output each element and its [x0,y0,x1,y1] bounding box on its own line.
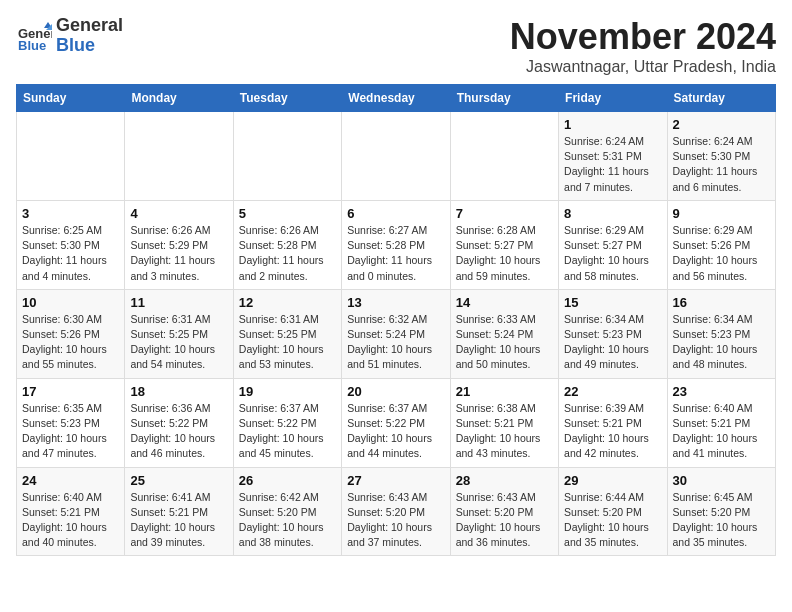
calendar-cell: 6Sunrise: 6:27 AM Sunset: 5:28 PM Daylig… [342,200,450,289]
day-info: Sunrise: 6:37 AM Sunset: 5:22 PM Dayligh… [347,401,444,462]
calendar-cell: 29Sunrise: 6:44 AM Sunset: 5:20 PM Dayli… [559,467,667,556]
month-title: November 2024 [510,16,776,58]
day-number: 26 [239,473,336,488]
calendar-cell: 2Sunrise: 6:24 AM Sunset: 5:30 PM Daylig… [667,112,775,201]
day-info: Sunrise: 6:29 AM Sunset: 5:26 PM Dayligh… [673,223,770,284]
calendar-cell: 14Sunrise: 6:33 AM Sunset: 5:24 PM Dayli… [450,289,558,378]
day-info: Sunrise: 6:25 AM Sunset: 5:30 PM Dayligh… [22,223,119,284]
day-info: Sunrise: 6:37 AM Sunset: 5:22 PM Dayligh… [239,401,336,462]
header: General Blue General Blue November 2024 … [16,16,776,76]
location: Jaswantnagar, Uttar Pradesh, India [510,58,776,76]
day-info: Sunrise: 6:36 AM Sunset: 5:22 PM Dayligh… [130,401,227,462]
day-info: Sunrise: 6:26 AM Sunset: 5:28 PM Dayligh… [239,223,336,284]
calendar-cell [233,112,341,201]
day-info: Sunrise: 6:27 AM Sunset: 5:28 PM Dayligh… [347,223,444,284]
day-info: Sunrise: 6:32 AM Sunset: 5:24 PM Dayligh… [347,312,444,373]
day-number: 15 [564,295,661,310]
day-number: 5 [239,206,336,221]
calendar-header: SundayMondayTuesdayWednesdayThursdayFrid… [17,85,776,112]
weekday-header: Saturday [667,85,775,112]
day-info: Sunrise: 6:33 AM Sunset: 5:24 PM Dayligh… [456,312,553,373]
day-number: 4 [130,206,227,221]
day-number: 24 [22,473,119,488]
calendar-week-row: 3Sunrise: 6:25 AM Sunset: 5:30 PM Daylig… [17,200,776,289]
calendar-cell: 25Sunrise: 6:41 AM Sunset: 5:21 PM Dayli… [125,467,233,556]
day-info: Sunrise: 6:43 AM Sunset: 5:20 PM Dayligh… [347,490,444,551]
day-number: 11 [130,295,227,310]
day-info: Sunrise: 6:30 AM Sunset: 5:26 PM Dayligh… [22,312,119,373]
day-number: 13 [347,295,444,310]
day-number: 1 [564,117,661,132]
day-info: Sunrise: 6:41 AM Sunset: 5:21 PM Dayligh… [130,490,227,551]
calendar-cell: 9Sunrise: 6:29 AM Sunset: 5:26 PM Daylig… [667,200,775,289]
day-info: Sunrise: 6:40 AM Sunset: 5:21 PM Dayligh… [22,490,119,551]
weekday-header: Monday [125,85,233,112]
day-info: Sunrise: 6:29 AM Sunset: 5:27 PM Dayligh… [564,223,661,284]
calendar-cell: 26Sunrise: 6:42 AM Sunset: 5:20 PM Dayli… [233,467,341,556]
day-info: Sunrise: 6:44 AM Sunset: 5:20 PM Dayligh… [564,490,661,551]
calendar-cell: 10Sunrise: 6:30 AM Sunset: 5:26 PM Dayli… [17,289,125,378]
day-number: 6 [347,206,444,221]
day-info: Sunrise: 6:39 AM Sunset: 5:21 PM Dayligh… [564,401,661,462]
calendar-cell [125,112,233,201]
weekday-header: Tuesday [233,85,341,112]
calendar-cell: 24Sunrise: 6:40 AM Sunset: 5:21 PM Dayli… [17,467,125,556]
calendar-cell: 3Sunrise: 6:25 AM Sunset: 5:30 PM Daylig… [17,200,125,289]
calendar-cell: 16Sunrise: 6:34 AM Sunset: 5:23 PM Dayli… [667,289,775,378]
calendar-cell: 4Sunrise: 6:26 AM Sunset: 5:29 PM Daylig… [125,200,233,289]
calendar-week-row: 10Sunrise: 6:30 AM Sunset: 5:26 PM Dayli… [17,289,776,378]
calendar-cell: 23Sunrise: 6:40 AM Sunset: 5:21 PM Dayli… [667,378,775,467]
day-number: 21 [456,384,553,399]
calendar-cell: 20Sunrise: 6:37 AM Sunset: 5:22 PM Dayli… [342,378,450,467]
calendar-cell: 17Sunrise: 6:35 AM Sunset: 5:23 PM Dayli… [17,378,125,467]
calendar-cell: 19Sunrise: 6:37 AM Sunset: 5:22 PM Dayli… [233,378,341,467]
day-info: Sunrise: 6:24 AM Sunset: 5:30 PM Dayligh… [673,134,770,195]
day-info: Sunrise: 6:31 AM Sunset: 5:25 PM Dayligh… [239,312,336,373]
day-number: 30 [673,473,770,488]
day-number: 19 [239,384,336,399]
day-number: 29 [564,473,661,488]
calendar-cell: 30Sunrise: 6:45 AM Sunset: 5:20 PM Dayli… [667,467,775,556]
day-number: 7 [456,206,553,221]
day-number: 18 [130,384,227,399]
calendar-cell: 11Sunrise: 6:31 AM Sunset: 5:25 PM Dayli… [125,289,233,378]
day-info: Sunrise: 6:38 AM Sunset: 5:21 PM Dayligh… [456,401,553,462]
calendar-body: 1Sunrise: 6:24 AM Sunset: 5:31 PM Daylig… [17,112,776,556]
logo-blue-text: Blue [56,36,123,56]
weekday-header: Sunday [17,85,125,112]
logo: General Blue General Blue [16,16,123,56]
calendar-cell: 1Sunrise: 6:24 AM Sunset: 5:31 PM Daylig… [559,112,667,201]
day-info: Sunrise: 6:28 AM Sunset: 5:27 PM Dayligh… [456,223,553,284]
day-number: 10 [22,295,119,310]
calendar-cell: 15Sunrise: 6:34 AM Sunset: 5:23 PM Dayli… [559,289,667,378]
day-number: 9 [673,206,770,221]
weekday-header: Friday [559,85,667,112]
day-info: Sunrise: 6:31 AM Sunset: 5:25 PM Dayligh… [130,312,227,373]
calendar-cell [17,112,125,201]
calendar-cell: 13Sunrise: 6:32 AM Sunset: 5:24 PM Dayli… [342,289,450,378]
day-number: 16 [673,295,770,310]
day-number: 23 [673,384,770,399]
day-number: 12 [239,295,336,310]
calendar-cell: 12Sunrise: 6:31 AM Sunset: 5:25 PM Dayli… [233,289,341,378]
calendar-cell: 27Sunrise: 6:43 AM Sunset: 5:20 PM Dayli… [342,467,450,556]
day-number: 14 [456,295,553,310]
day-info: Sunrise: 6:43 AM Sunset: 5:20 PM Dayligh… [456,490,553,551]
day-number: 17 [22,384,119,399]
logo-icon: General Blue [16,18,52,54]
calendar-table: SundayMondayTuesdayWednesdayThursdayFrid… [16,84,776,556]
calendar-cell: 22Sunrise: 6:39 AM Sunset: 5:21 PM Dayli… [559,378,667,467]
day-number: 25 [130,473,227,488]
svg-text:Blue: Blue [18,38,46,53]
day-info: Sunrise: 6:42 AM Sunset: 5:20 PM Dayligh… [239,490,336,551]
calendar-week-row: 1Sunrise: 6:24 AM Sunset: 5:31 PM Daylig… [17,112,776,201]
calendar-cell: 5Sunrise: 6:26 AM Sunset: 5:28 PM Daylig… [233,200,341,289]
day-info: Sunrise: 6:40 AM Sunset: 5:21 PM Dayligh… [673,401,770,462]
weekday-header: Thursday [450,85,558,112]
day-info: Sunrise: 6:26 AM Sunset: 5:29 PM Dayligh… [130,223,227,284]
day-number: 8 [564,206,661,221]
day-number: 28 [456,473,553,488]
calendar-week-row: 17Sunrise: 6:35 AM Sunset: 5:23 PM Dayli… [17,378,776,467]
logo-general-text: General [56,16,123,36]
day-number: 27 [347,473,444,488]
